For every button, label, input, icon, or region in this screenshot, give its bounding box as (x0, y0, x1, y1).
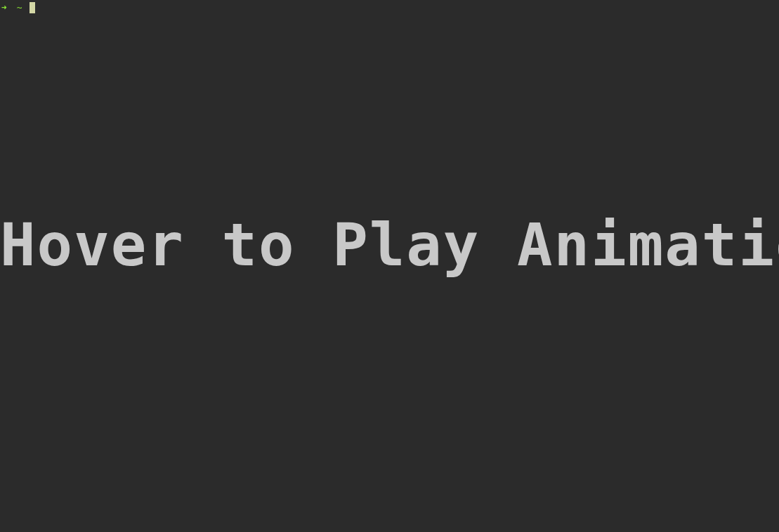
terminal-cursor (30, 2, 35, 13)
terminal-prompt[interactable]: ➜ ~ (1, 2, 35, 13)
hover-animation-heading[interactable]: Hover to Play Animation (0, 211, 779, 279)
prompt-cwd: ~ (17, 2, 22, 13)
prompt-arrow-icon: ➜ (1, 2, 7, 13)
